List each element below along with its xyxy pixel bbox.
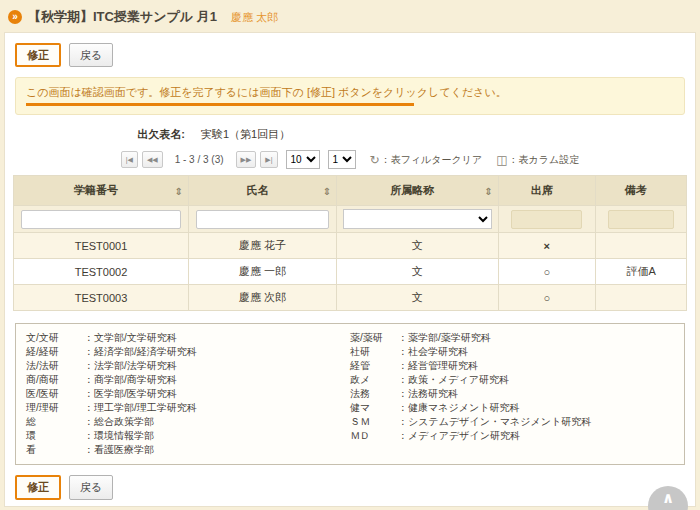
legend-abbr: ＭＤ	[350, 429, 398, 443]
legend-item: 商/商研 ：商学部/商学研究科	[26, 373, 350, 387]
top-button-row: 修正 戻る	[15, 43, 685, 67]
filter-clear-label: ：表フィルタークリア	[381, 153, 483, 167]
legend-abbr: 法/法研	[26, 359, 84, 373]
sort-icon[interactable]: ⇕	[323, 185, 331, 196]
legend-desc: ：文学部/文学研究科	[84, 331, 177, 345]
table-row[interactable]: TEST0001 慶應 花子 文 ×	[14, 233, 687, 259]
page-title: 【秋学期】ITC授業サンプル 月1	[28, 8, 217, 26]
col-header-note: 備考	[596, 176, 687, 206]
cell-name: 慶應 花子	[188, 233, 336, 259]
page-header: » 【秋学期】ITC授業サンプル 月1 慶應 太郎	[0, 0, 700, 32]
cell-student-id: TEST0001	[14, 233, 189, 259]
legend-right-column: 薬/薬研 ：薬学部/薬学研究科 社研 ：社会学研究科 経管 ：経営管理研究科 政…	[350, 331, 674, 457]
back-button-bottom[interactable]: 戻る	[69, 475, 113, 499]
page-number-select[interactable]: 1	[328, 150, 356, 169]
col-header-attendance: 出席	[498, 176, 596, 206]
legend-desc: ：政策・メディア研究科	[398, 373, 509, 387]
legend-desc: ：総合政策学部	[84, 415, 154, 429]
attendance-sheet-row: 出欠表名: 実験1（第1回目）	[13, 127, 687, 142]
breadcrumb-chevron-icon: »	[8, 10, 22, 24]
legend-desc: ：商学部/商学研究科	[84, 373, 177, 387]
attendance-sheet-label: 出欠表名:	[13, 127, 185, 142]
filter-clear-tool[interactable]: ↻ ：表フィルタークリア	[370, 153, 483, 167]
table-header-row: 学籍番号 ⇕ 氏名 ⇕ 所属略称 ⇕ 出席 備考	[14, 176, 687, 206]
pager-prev-button[interactable]: ◀◀	[142, 151, 163, 168]
col-header-label: 学籍番号	[74, 184, 118, 196]
note-filter-cell	[596, 206, 687, 233]
name-filter-cell	[188, 206, 336, 233]
dept-filter-select[interactable]	[343, 209, 492, 229]
legend-item: 経/経研 ：経済学部/経済学研究科	[26, 345, 350, 359]
modify-button-top[interactable]: 修正	[15, 43, 61, 67]
legend-item: 文/文研 ：文学部/文学研究科	[26, 331, 350, 345]
page-size-select[interactable]: 10	[286, 150, 320, 169]
pagination-bar: |◀ ◀◀ 1 - 3 / 3 (3) ▶▶ ▶| 10 1 ↻ ：表フィルター…	[13, 150, 687, 169]
legend-item: 法務 ：法務研究科	[350, 387, 674, 401]
pager-first-button[interactable]: |◀	[121, 151, 138, 168]
legend-item: 政メ ：政策・メディア研究科	[350, 373, 674, 387]
sort-icon[interactable]: ⇕	[484, 185, 492, 196]
attendance-filter-cell	[498, 206, 596, 233]
table-row[interactable]: TEST0003 慶應 次郎 文 ○	[14, 285, 687, 311]
cell-note	[596, 285, 687, 311]
legend-desc: ：経営管理研究科	[398, 359, 478, 373]
col-header-student-id[interactable]: 学籍番号 ⇕	[14, 176, 189, 206]
legend-abbr: 環	[26, 429, 84, 443]
sort-icon[interactable]: ⇕	[175, 185, 183, 196]
cell-note	[596, 233, 687, 259]
modify-button-bottom[interactable]: 修正	[15, 475, 61, 499]
cell-attendance: ○	[498, 259, 596, 285]
cell-dept: 文	[337, 285, 499, 311]
cell-note: 評価A	[596, 259, 687, 285]
legend-abbr: 政メ	[350, 373, 398, 387]
main-content: 修正 戻る この画面は確認画面です。修正を完了するには画面下の [修正] ボタン…	[4, 32, 696, 507]
legend-item: 法/法研 ：法学部/法学研究科	[26, 359, 350, 373]
col-header-name[interactable]: 氏名 ⇕	[188, 176, 336, 206]
chevron-up-icon: ∧	[662, 489, 674, 507]
legend-item: 健マ ：健康マネジメント研究科	[350, 401, 674, 415]
table-row[interactable]: TEST0002 慶應 一郎 文 ○ 評価A	[14, 259, 687, 285]
col-header-dept[interactable]: 所属略称 ⇕	[337, 176, 499, 206]
legend-item: ＳＭ ：システムデザイン・マネジメント研究科	[350, 415, 674, 429]
legend-abbr: 社研	[350, 345, 398, 359]
legend-abbr: 薬/薬研	[350, 331, 398, 345]
attendance-filter-input	[511, 210, 582, 229]
refresh-icon: ↻	[370, 153, 380, 167]
legend-abbr: 商/商研	[26, 373, 84, 387]
legend-item: 社研 ：社会学研究科	[350, 345, 674, 359]
column-config-label: ：表カラム設定	[509, 153, 580, 167]
legend-desc: ：法学部/法学研究科	[84, 359, 177, 373]
department-legend: 文/文研 ：文学部/文学研究科 経/経研 ：経済学部/経済学研究科 法/法研 ：…	[15, 323, 685, 465]
notice-text: この画面は確認画面です。修正を完了するには画面下の [修正] ボタンをクリックし…	[26, 85, 674, 100]
back-button-top[interactable]: 戻る	[69, 43, 113, 67]
pager-last-button[interactable]: ▶|	[260, 151, 277, 168]
col-header-label: 備考	[625, 184, 647, 196]
bottom-button-row: 修正 戻る	[15, 475, 685, 499]
legend-abbr: 総	[26, 415, 84, 429]
cell-student-id: TEST0003	[14, 285, 189, 311]
user-name-link[interactable]: 慶應 太郎	[231, 10, 278, 25]
legend-item: 理/理研 ：理工学部/理工学研究科	[26, 401, 350, 415]
pager-range-text: 1 - 3 / 3 (3)	[175, 154, 224, 165]
student-id-filter-input[interactable]	[21, 210, 180, 229]
legend-item: 経管 ：経営管理研究科	[350, 359, 674, 373]
student-id-filter-cell	[14, 206, 189, 233]
legend-desc: ：薬学部/薬学研究科	[398, 331, 491, 345]
legend-abbr: 経管	[350, 359, 398, 373]
legend-item: 薬/薬研 ：薬学部/薬学研究科	[350, 331, 674, 345]
pager-next-button[interactable]: ▶▶	[236, 151, 257, 168]
note-filter-input	[608, 210, 674, 229]
cell-name: 慶應 一郎	[188, 259, 336, 285]
legend-item: 看 ：看護医療学部	[26, 443, 350, 457]
notice-box: この画面は確認画面です。修正を完了するには画面下の [修正] ボタンをクリックし…	[15, 77, 685, 115]
cell-student-id: TEST0002	[14, 259, 189, 285]
cell-attendance: ○	[498, 285, 596, 311]
cell-dept: 文	[337, 259, 499, 285]
column-config-tool[interactable]: ◫ ：表カラム設定	[496, 153, 579, 167]
name-filter-input[interactable]	[196, 210, 329, 229]
legend-item: 総 ：総合政策学部	[26, 415, 350, 429]
dept-filter-cell	[337, 206, 499, 233]
legend-desc: ：理工学部/理工学研究科	[84, 401, 197, 415]
attendance-sheet-value: 実験1（第1回目）	[201, 127, 290, 142]
notice-underline	[26, 103, 414, 106]
